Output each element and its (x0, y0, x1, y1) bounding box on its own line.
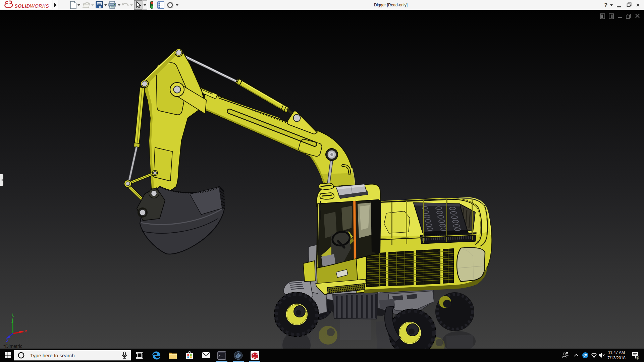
svg-text:W: W (256, 353, 258, 356)
svg-text:?: ? (604, 2, 607, 8)
svg-text:2017: 2017 (253, 356, 258, 358)
svg-text:S: S (253, 353, 254, 356)
svg-text:4: 4 (636, 356, 638, 359)
svg-text:SOLIDWORKS: SOLIDWORKS (14, 3, 49, 9)
svg-text:*Dimetric: *Dimetric (3, 344, 22, 349)
